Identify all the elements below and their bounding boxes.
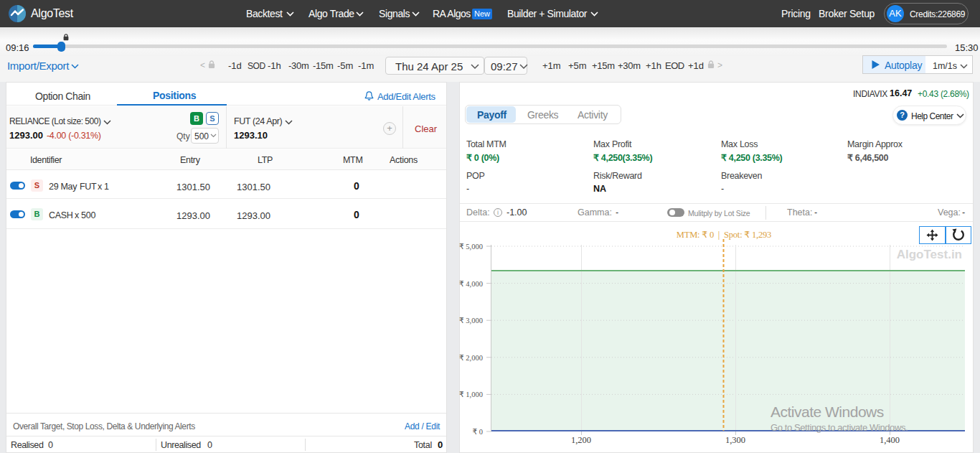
svg-text:₹ 4,000: ₹ 4,000 [459,280,483,288]
svg-text:1,200: 1,200 [571,435,591,445]
svg-text:₹ 1,000: ₹ 1,000 [459,391,483,398]
svg-text:1,400: 1,400 [880,435,900,445]
svg-text:₹ 2,000: ₹ 2,000 [459,354,483,362]
svg-text:₹ 0: ₹ 0 [472,428,483,436]
svg-text:MTM: ₹ 0 | Spot: ₹ 1,293: MTM: ₹ 0 | Spot: ₹ 1,293 [677,230,771,240]
svg-text:Activate Windows: Activate Windows [771,403,884,420]
svg-text:₹ 3,000: ₹ 3,000 [459,317,483,324]
svg-text:1,300: 1,300 [725,435,745,445]
svg-text:₹ 5,000: ₹ 5,000 [459,243,483,251]
svg-text:Go to Settings to activate Win: Go to Settings to activate Windows. [771,422,908,433]
svg-text:AlgoTest.in: AlgoTest.in [897,248,962,261]
